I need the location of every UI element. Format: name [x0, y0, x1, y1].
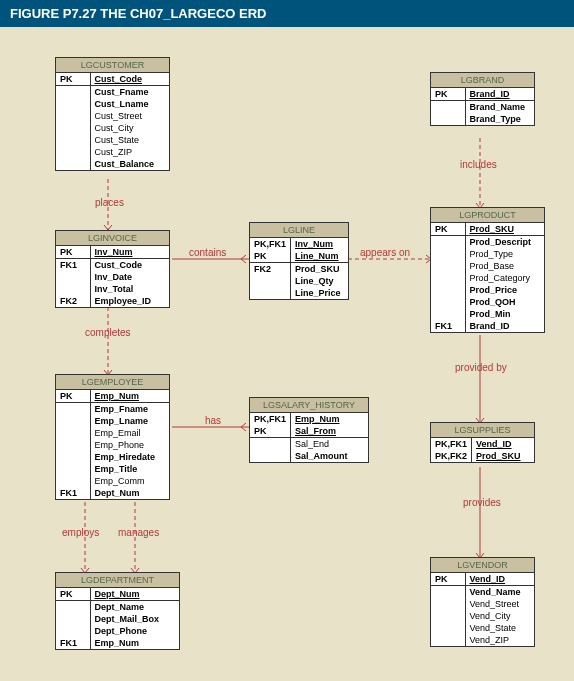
attr-col: Inv_Num	[90, 246, 169, 259]
key-col	[250, 275, 291, 287]
entity-title: LGSUPPLIES	[431, 423, 534, 438]
pk-row: PKCust_Code	[56, 73, 169, 86]
entity-lgcustomer: LGCUSTOMER PKCust_CodeCust_FnameCust_Lna…	[55, 57, 170, 171]
attr-col: Prod_Descript	[465, 236, 544, 249]
key-col: FK2	[56, 295, 90, 307]
key-col: PK	[56, 246, 90, 259]
key-col	[56, 98, 90, 110]
attr-col: Dept_Mail_Box	[90, 613, 179, 625]
attr-row: Brand_Type	[431, 113, 534, 125]
attr-row: FK1Emp_Num	[56, 637, 179, 649]
attr-row: Inv_Date	[56, 271, 169, 283]
key-col: PK	[431, 88, 465, 101]
key-col: PK,FK1	[431, 438, 472, 450]
attr-col: Brand_Type	[465, 113, 534, 125]
key-col	[56, 463, 90, 475]
attr-col: Cust_Balance	[90, 158, 169, 170]
key-col	[431, 101, 465, 114]
attr-row: Emp_Comm	[56, 475, 169, 487]
key-col	[431, 296, 465, 308]
key-col	[56, 415, 90, 427]
entity-lgvendor: LGVENDOR PKVend_IDVend_NameVend_StreetVe…	[430, 557, 535, 647]
attr-col: Emp_Num	[90, 390, 169, 403]
rel-includes: includes	[460, 159, 497, 170]
attr-row: Emp_Hiredate	[56, 451, 169, 463]
entity-body: PK,FK1Inv_NumPKLine_NumFK2Prod_SKULine_Q…	[250, 238, 348, 299]
key-col	[56, 271, 90, 283]
key-col: PK	[56, 73, 90, 86]
rel-completes: completes	[85, 327, 131, 338]
entity-body: PKDept_NumDept_NameDept_Mail_BoxDept_Pho…	[56, 588, 179, 649]
attr-row: Dept_Phone	[56, 625, 179, 637]
attr-col: Cust_Fname	[90, 86, 169, 99]
entity-title: LGPRODUCT	[431, 208, 544, 223]
pk-row: PKLine_Num	[250, 250, 348, 263]
attr-row: Prod_QOH	[431, 296, 544, 308]
entity-title: LGEMPLOYEE	[56, 375, 169, 390]
entity-title: LGSALARY_HISTORY	[250, 398, 368, 413]
attr-row: Emp_Title	[56, 463, 169, 475]
attr-row: Inv_Total	[56, 283, 169, 295]
entity-lgline: LGLINE PK,FK1Inv_NumPKLine_NumFK2Prod_SK…	[249, 222, 349, 300]
attr-col: Cust_Code	[90, 259, 169, 272]
attr-row: Vend_State	[431, 622, 534, 634]
entity-body: PK,FK1Emp_NumPKSal_FromSal_EndSal_Amount	[250, 413, 368, 462]
attr-row: Prod_Descript	[431, 236, 544, 249]
entity-body: PKInv_NumFK1Cust_CodeInv_DateInv_TotalFK…	[56, 246, 169, 307]
attr-col: Brand_ID	[465, 320, 544, 332]
entity-body: PKBrand_IDBrand_NameBrand_Type	[431, 88, 534, 125]
key-col	[250, 287, 291, 299]
attr-row: Cust_Lname	[56, 98, 169, 110]
attr-col: Prod_SKU	[465, 223, 544, 236]
attr-col: Sal_Amount	[291, 450, 368, 462]
key-col	[431, 248, 465, 260]
key-col	[56, 475, 90, 487]
rel-manages: manages	[118, 527, 159, 538]
attr-col: Prod_Type	[465, 248, 544, 260]
key-col	[56, 613, 90, 625]
attr-row: Prod_Type	[431, 248, 544, 260]
entity-body: PKVend_IDVend_NameVend_StreetVend_CityVe…	[431, 573, 534, 646]
attr-col: Vend_ID	[472, 438, 534, 450]
entity-body: PKCust_CodeCust_FnameCust_LnameCust_Stre…	[56, 73, 169, 170]
attr-col: Vend_State	[465, 622, 534, 634]
key-col	[56, 86, 90, 99]
key-col	[56, 146, 90, 158]
pk-row: PKProd_SKU	[431, 223, 544, 236]
key-col: PK	[56, 588, 90, 601]
key-col	[431, 598, 465, 610]
attr-row: Cust_State	[56, 134, 169, 146]
attr-row: Prod_Base	[431, 260, 544, 272]
entity-lginvoice: LGINVOICE PKInv_NumFK1Cust_CodeInv_DateI…	[55, 230, 170, 308]
attr-col: Emp_Comm	[90, 475, 169, 487]
key-col	[56, 122, 90, 134]
key-col: PK,FK1	[250, 238, 291, 250]
key-col	[431, 586, 465, 599]
key-col	[56, 625, 90, 637]
key-col: FK1	[56, 637, 90, 649]
entity-lgemployee: LGEMPLOYEE PKEmp_NumEmp_FnameEmp_LnameEm…	[55, 374, 170, 500]
attr-row: Emp_Lname	[56, 415, 169, 427]
key-col: FK2	[250, 263, 291, 276]
attr-row: Dept_Mail_Box	[56, 613, 179, 625]
key-col	[431, 610, 465, 622]
attr-col: Brand_Name	[465, 101, 534, 114]
pk-row: PKVend_ID	[431, 573, 534, 586]
entity-title: LGDEPARTMENT	[56, 573, 179, 588]
attr-row: Brand_Name	[431, 101, 534, 114]
entity-lgsupplies: LGSUPPLIES PK,FK1Vend_IDPK,FK2Prod_SKU	[430, 422, 535, 463]
key-col	[56, 158, 90, 170]
key-col: PK	[431, 573, 465, 586]
entity-title: LGVENDOR	[431, 558, 534, 573]
key-col	[431, 260, 465, 272]
entity-title: LGLINE	[250, 223, 348, 238]
key-col: FK1	[431, 320, 465, 332]
key-col: PK,FK2	[431, 450, 472, 462]
attr-col: Inv_Num	[291, 238, 348, 250]
attr-row: Cust_City	[56, 122, 169, 134]
entity-title: LGINVOICE	[56, 231, 169, 246]
attr-col: Line_Price	[291, 287, 348, 299]
pk-row: PKEmp_Num	[56, 390, 169, 403]
key-col: FK1	[56, 259, 90, 272]
attr-col: Dept_Num	[90, 588, 179, 601]
